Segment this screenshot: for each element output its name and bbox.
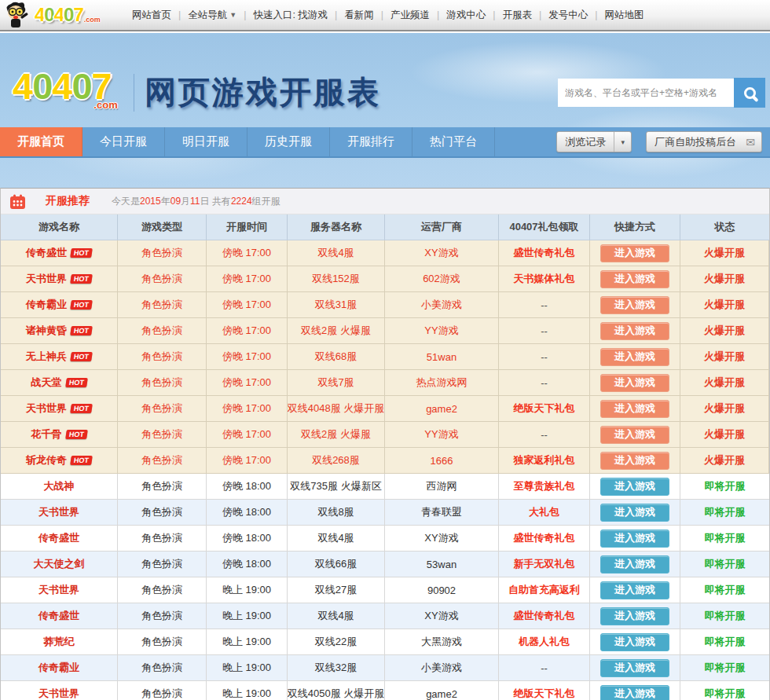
topbar-nav-item[interactable]: 产业频道 (374, 9, 430, 22)
hot-badge: HOT (70, 300, 93, 310)
open-time: 傍晚 17:00 (207, 344, 288, 369)
brand-text: 40407 (35, 4, 83, 26)
search-button[interactable] (734, 78, 765, 108)
chevron-down-icon[interactable]: ▾ (614, 132, 631, 152)
game-name-link[interactable]: 大天使之剑 (34, 557, 85, 571)
topbar-nav-item[interactable]: 发号中心 (532, 9, 588, 22)
gift-link[interactable]: 盛世传奇礼包 (514, 531, 575, 545)
gift-link[interactable]: 绝版天下礼包 (514, 687, 575, 700)
enter-game-button[interactable]: 进入游戏 (600, 633, 669, 651)
status: 火爆开服 (680, 318, 769, 343)
enter-game-button[interactable]: 进入游戏 (600, 270, 669, 288)
site-logo-small[interactable]: 40407 .com (3, 1, 123, 29)
gift-link: -- (541, 377, 548, 389)
history-button[interactable]: 浏览记录 ▾ (556, 131, 632, 152)
game-name-link[interactable]: 传奇霸业 (26, 298, 67, 312)
enter-game-button[interactable]: 进入游戏 (600, 659, 669, 677)
gift-link[interactable]: 独家返利礼包 (514, 453, 575, 467)
enter-game-button[interactable]: 进入游戏 (600, 400, 669, 418)
enter-game-button[interactable]: 进入游戏 (600, 452, 669, 470)
gift-link[interactable]: 绝版天下礼包 (514, 401, 575, 416)
hot-badge: HOT (70, 456, 93, 465)
game-name-link[interactable]: 传奇盛世 (26, 246, 67, 260)
topbar-nav-item[interactable]: 网站地图 (588, 9, 644, 22)
topbar-nav-item[interactable]: 网站首页 (132, 9, 171, 22)
enter-game-button[interactable]: 进入游戏 (600, 504, 669, 522)
brand-suffix-large: .com (94, 99, 117, 111)
game-name-link[interactable]: 传奇霸业 (38, 661, 79, 675)
enter-game-button[interactable]: 进入游戏 (600, 581, 669, 599)
game-name-cell: 天书世界 HOT (1, 266, 118, 291)
gift-link[interactable]: 新手无双礼包 (514, 557, 575, 571)
enter-game-button[interactable]: 进入游戏 (600, 374, 669, 392)
game-name-link[interactable]: 天书世界 (38, 583, 79, 597)
game-name-cell: 莽荒纪 (1, 629, 118, 654)
topbar-nav-item[interactable]: 游戏中心 (430, 9, 486, 22)
table-row: 传奇盛世 HOT 角色扮演 傍晚 17:00 双线4服 XY游戏 盛世传奇礼包 … (1, 240, 769, 266)
tab-开服排行[interactable]: 开服排行 (330, 127, 412, 156)
topbar-nav-item[interactable]: 快速入口: 找游戏 (236, 9, 328, 22)
table-row: 天书世界 HOT 角色扮演 傍晚 17:00 双线4048服 火爆开服 game… (1, 396, 769, 422)
gift-link[interactable]: 盛世传奇礼包 (514, 246, 575, 260)
action-cell: 进入游戏 (590, 552, 680, 577)
tab-开服首页[interactable]: 开服首页 (0, 127, 82, 156)
gift-link[interactable]: 机器人礼包 (519, 635, 570, 649)
game-name-link[interactable]: 无上神兵 (26, 350, 67, 364)
game-name-link[interactable]: 传奇盛世 (38, 609, 79, 623)
enter-game-button[interactable]: 进入游戏 (600, 426, 669, 444)
game-name-link[interactable]: 天书世界 (38, 687, 79, 700)
enter-game-button[interactable]: 进入游戏 (600, 322, 669, 340)
game-name-link[interactable]: 天书世界 (26, 272, 67, 286)
topbar-nav-item[interactable]: 开服表 (486, 9, 532, 22)
topbar-nav-item[interactable]: 全站导航▼ (171, 9, 236, 22)
tab-明日开服[interactable]: 明日开服 (165, 127, 248, 156)
vendor: YY游戏 (385, 422, 499, 447)
mascot-icon (3, 1, 35, 29)
site-logo[interactable]: 40407 .com (13, 64, 112, 108)
enter-game-button[interactable]: 进入游戏 (600, 607, 669, 625)
column-header: 游戏类型 (118, 214, 207, 240)
enter-game-button[interactable]: 进入游戏 (600, 555, 669, 574)
status: 即将开服 (680, 526, 769, 551)
gift-link[interactable]: 自助首充高返利 (508, 583, 580, 597)
open-time: 傍晚 18:00 (207, 474, 288, 499)
gift-link[interactable]: 大礼包 (529, 505, 559, 519)
game-name-link[interactable]: 莽荒纪 (44, 635, 75, 649)
tab-历史开服[interactable]: 历史开服 (248, 127, 330, 156)
game-name-cell: 传奇盛世 (1, 603, 118, 629)
game-name-link[interactable]: 斩龙传奇 (26, 453, 67, 467)
server-name: 双线68服 (288, 344, 385, 369)
page: 40407 .com 网站首页全站导航▼快速入口: 找游戏看新闻产业频道游戏中心… (0, 0, 770, 700)
logo-divider (134, 74, 134, 112)
status: 即将开服 (680, 681, 769, 700)
gift-link[interactable]: 至尊贵族礼包 (514, 479, 575, 493)
tab-今日开服[interactable]: 今日开服 (82, 127, 165, 156)
vendor: 青春联盟 (385, 500, 499, 525)
enter-game-button[interactable]: 进入游戏 (600, 244, 669, 262)
gift-cell: 独家返利礼包 (499, 448, 590, 473)
enter-game-button[interactable]: 进入游戏 (600, 530, 669, 548)
gift-link[interactable]: 盛世传奇礼包 (514, 609, 575, 623)
tab-热门平台[interactable]: 热门平台 (412, 127, 495, 156)
game-name-link[interactable]: 花千骨 (31, 427, 62, 442)
enter-game-button[interactable]: 进入游戏 (600, 296, 669, 314)
table-row: 大战神 角色扮演 傍晚 18:00 双线735服 火爆新区 西游网 至尊贵族礼包… (1, 474, 769, 500)
game-name-link[interactable]: 诸神黄昏 (26, 324, 67, 338)
vendor: 51wan (385, 344, 499, 369)
game-type: 角色扮演 (118, 474, 207, 499)
table-row: 大天使之剑 角色扮演 傍晚 18:00 双线66服 53wan 新手无双礼包 进… (1, 552, 769, 577)
search-input[interactable] (558, 79, 734, 107)
topbar-nav-item[interactable]: 看新闻 (328, 9, 374, 22)
hot-badge: HOT (70, 404, 93, 413)
gift-link[interactable]: 天书媒体礼包 (514, 272, 575, 286)
game-name-link[interactable]: 天书世界 (38, 505, 79, 519)
enter-game-button[interactable]: 进入游戏 (600, 348, 669, 366)
enter-game-button[interactable]: 进入游戏 (600, 478, 669, 496)
game-name-link[interactable]: 大战神 (44, 479, 75, 493)
game-type: 角色扮演 (118, 526, 207, 551)
game-name-link[interactable]: 战天堂 (31, 376, 62, 390)
enter-game-button[interactable]: 进入游戏 (600, 685, 669, 700)
game-name-link[interactable]: 传奇盛世 (38, 531, 79, 545)
vendor-portal-button[interactable]: 厂商自助投稿后台 ✉ (646, 131, 762, 152)
game-name-link[interactable]: 天书世界 (26, 401, 67, 416)
